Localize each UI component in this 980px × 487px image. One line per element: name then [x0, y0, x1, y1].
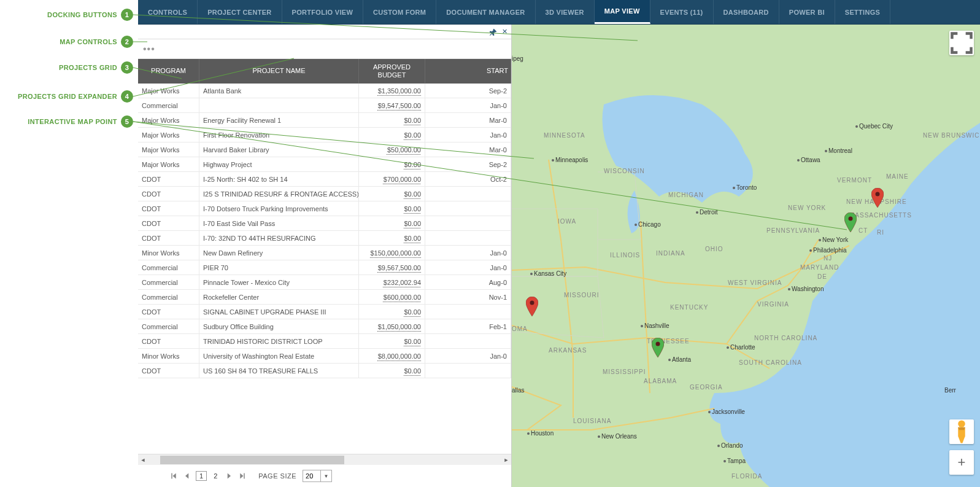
map-label: Detroit	[696, 209, 717, 216]
table-row[interactable]: CDOTI-70: 32ND TO 44TH RESURFACING$0.00	[138, 231, 511, 246]
tab-dashboard[interactable]: DASHBOARD	[714, 0, 779, 24]
table-row[interactable]: Major WorksAtlanta Bank$1,350,000.00Sep-…	[138, 84, 511, 98]
col-project-name[interactable]: PROJECT NAME	[199, 59, 359, 84]
col-start[interactable]: START	[425, 59, 511, 84]
tab-project-center[interactable]: PROJECT CENTER	[198, 0, 282, 24]
close-icon[interactable]: ✕	[500, 28, 509, 36]
map-label: Tampa	[723, 458, 746, 464]
map-label: Kansas City	[530, 270, 566, 277]
map-label: Berr	[944, 387, 956, 394]
map-viewport[interactable]: ipegQuebec CityNEW BRUNSWICKMontrealOtta…	[512, 25, 980, 487]
map-label: INDIANA	[656, 250, 685, 257]
pane-titlebar: ✕	[138, 25, 511, 39]
tab-portfolio-view[interactable]: PORTFOLIO VIEW	[282, 0, 364, 24]
svg-point-4	[656, 342, 660, 346]
map-marker-red[interactable]	[526, 297, 538, 316]
map-label: PENNSYLVANIA	[766, 227, 820, 234]
map-label: Houston	[527, 430, 554, 437]
map-label: allas	[512, 387, 525, 394]
table-row[interactable]: CDOTTRINIDAD HISTORIC DISTRICT LOOP$0.00	[138, 334, 511, 349]
map-label: OHIO	[705, 246, 723, 252]
next-page-icon[interactable]	[224, 471, 234, 481]
chevron-down-icon[interactable]: ▼	[320, 470, 331, 481]
table-row[interactable]: Minor WorksUniversity of Washington Real…	[138, 349, 511, 364]
map-label: Chicago	[635, 221, 661, 228]
table-row[interactable]: CDOTSIGNAL CABINET UPGRADE PHASE III$0.0…	[138, 305, 511, 319]
map-label: Jacksonville	[708, 408, 745, 415]
map-label: VERMONT	[837, 177, 872, 184]
page-size-select[interactable]: ▼	[303, 470, 332, 482]
table-row[interactable]: CDOTUS 160 SH 84 TO TREASURE FALLS$0.00	[138, 364, 511, 378]
map-label: Ottawa	[797, 157, 820, 163]
table-row[interactable]: CommercialPinnacle Tower - Mexico City$2…	[138, 275, 511, 290]
tab-map-view[interactable]: MAP VIEW	[595, 0, 650, 24]
table-row[interactable]: Major WorksHarvard Baker Library$50,000.…	[138, 142, 511, 157]
map-label: Montreal	[825, 147, 852, 154]
table-row[interactable]: Major WorksFirst Floor Renovation$0.00Ja…	[138, 128, 511, 142]
page-1[interactable]: 1	[196, 471, 207, 481]
svg-point-5	[958, 420, 965, 427]
map-marker-green[interactable]	[844, 212, 857, 232]
annotation-1: DOCKING BUTTONS1	[47, 9, 133, 21]
grid-toolbar: •••	[138, 39, 511, 59]
col-program[interactable]: PROGRAM	[138, 59, 199, 84]
map-label: MASSACHUSETTS	[849, 212, 912, 219]
svg-point-2	[849, 217, 853, 221]
map-label: New Orleans	[598, 433, 637, 440]
map-label: VIRGINIA	[757, 301, 789, 308]
map-label: NORTH CAROLINA	[754, 335, 817, 341]
last-page-icon[interactable]	[237, 471, 247, 481]
map-label: RI	[877, 229, 884, 236]
annotation-5: INTERACTIVE MAP POINT5	[28, 115, 133, 128]
map-marker-red[interactable]	[871, 188, 884, 208]
map-marker-green[interactable]	[652, 338, 664, 357]
tab-settings[interactable]: SETTINGS	[835, 0, 890, 24]
table-row[interactable]: CommercialSudbury Office Building$1,050,…	[138, 319, 511, 334]
fullscreen-icon[interactable]	[949, 31, 974, 55]
table-row[interactable]: CDOTI25 S TRINIDAD RESURF & FRONTAGE ACC…	[138, 187, 511, 201]
col-budget[interactable]: APPROVED BUDGET	[359, 59, 425, 84]
tab-document-manager[interactable]: DOCUMENT MANAGER	[436, 0, 535, 24]
map-label: WISCONSIN	[604, 168, 645, 174]
svg-point-1	[876, 192, 880, 197]
map-label: Washington	[788, 286, 824, 292]
table-row[interactable]: Minor WorksNew Dawn Refinery$150,000,000…	[138, 246, 511, 260]
map-label: ALABAMA	[644, 378, 677, 384]
page-2[interactable]: 2	[210, 472, 220, 480]
table-row[interactable]: CDOTI-70 East Side Vail Pass$0.00	[138, 216, 511, 231]
tab-custom-form[interactable]: CUSTOM FORM	[363, 0, 436, 24]
table-row[interactable]: CommercialRockefeller Center$600,000.00N…	[138, 290, 511, 305]
annotation-3: PROJECTS GRID3	[59, 61, 133, 74]
map-label: MISSOURI	[564, 292, 599, 298]
map-label: OMA	[512, 325, 528, 332]
horizontal-scrollbar[interactable]: ◄►	[138, 454, 511, 465]
map-label: LOUISIANA	[573, 418, 611, 424]
table-row[interactable]: CDOTI-25 North: SH 402 to SH 14$700,000.…	[138, 172, 511, 187]
projects-grid: PROGRAM PROJECT NAME APPROVED BUDGET STA…	[138, 59, 511, 487]
prev-page-icon[interactable]	[182, 471, 192, 481]
pin-icon[interactable]	[489, 28, 498, 36]
map-label: GEORGIA	[690, 384, 723, 391]
expander-icon[interactable]: •••	[143, 44, 155, 55]
table-row[interactable]: Major WorksHighway Project$0.00Sep-2	[138, 157, 511, 172]
annotation-4: PROJECTS GRID EXPANDER4	[18, 90, 133, 103]
map-label: MINNESOTA	[544, 132, 585, 139]
tab-3d-viewer[interactable]: 3D VIEWER	[536, 0, 595, 24]
table-row[interactable]: Commercial$9,547,500.00Jan-0	[138, 98, 511, 113]
map-label: Nashville	[641, 322, 669, 329]
tab-controls[interactable]: CONTROLS	[138, 0, 198, 24]
table-row[interactable]: CDOTI-70 Dotsero Truck Parking Improveme…	[138, 201, 511, 216]
first-page-icon[interactable]	[169, 471, 179, 481]
tab-events-11-[interactable]: EVENTS (11)	[650, 0, 714, 24]
annotation-2: MAP CONTROLS2	[60, 36, 133, 48]
map-label: MAINE	[886, 173, 909, 180]
tab-power-bi[interactable]: POWER BI	[779, 0, 835, 24]
map-label: IOWA	[558, 218, 576, 225]
pegman-icon[interactable]	[949, 419, 974, 444]
table-row[interactable]: Major WorksEnergy Facility Renewal 1$0.0…	[138, 113, 511, 128]
map-label: ILLINOIS	[610, 252, 640, 259]
table-row[interactable]: CommercialPIER 70$9,567,500.00Jan-0	[138, 260, 511, 275]
zoom-in-icon[interactable]: +	[949, 450, 974, 475]
page-size-label: PAGE SIZE	[258, 472, 296, 480]
map-label: NEW YORK	[788, 205, 826, 211]
